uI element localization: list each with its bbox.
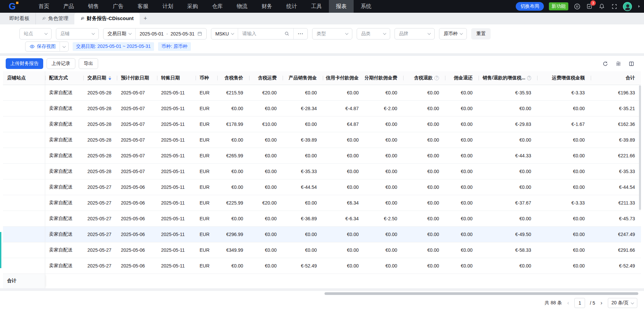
info-icon[interactable]: ?: [527, 76, 531, 80]
table-cell: €0.00: [283, 242, 323, 258]
type-select[interactable]: 类型: [312, 28, 352, 40]
save-view-button[interactable]: 保存视图: [25, 44, 60, 50]
app-logo[interactable]: G: [9, 1, 22, 11]
new-feature-button[interactable]: 新功能: [549, 2, 568, 10]
chevron-down-icon: [631, 301, 634, 304]
table-toolbar: 上传财务报告 上传记录 导出: [3, 56, 641, 71]
table-cell: €0.00: [323, 163, 365, 179]
table-cell: 2025-05-28: [83, 148, 117, 163]
tab-1[interactable]: 即时看板: [3, 13, 35, 24]
save-view-dropdown[interactable]: [60, 42, 68, 51]
more-search-options-button[interactable]: ···: [293, 28, 307, 39]
table-row-10[interactable]: 卖家自配送2025-05-272025-05-062025-05-11EUR€2…: [3, 226, 641, 242]
tasks-icon[interactable]: 3: [586, 3, 593, 10]
nav-collapse-arrow-icon[interactable]: [638, 5, 640, 8]
table-row-12[interactable]: 卖家自配送2025-05-272025-05-062025-05-11EUR€0…: [3, 258, 641, 274]
upload-report-button[interactable]: 上传财务报告: [6, 58, 43, 69]
table-row-5[interactable]: 卖家自配送2025-05-282025-05-072025-05-11EUR€2…: [3, 148, 641, 163]
column-header-3[interactable]: 交易日期: [83, 71, 117, 85]
site-select[interactable]: 站点: [19, 28, 52, 40]
switch-layout-button[interactable]: 切换布局: [516, 2, 544, 11]
bell-icon[interactable]: [598, 3, 605, 10]
table-cell: 卖家自配送: [45, 195, 83, 211]
currency-value: 原币种: [443, 31, 457, 37]
menu-item-5[interactable]: 客服: [131, 0, 155, 13]
menu-item-12[interactable]: 工具: [304, 0, 329, 13]
menu-item-7[interactable]: 采购: [180, 0, 205, 13]
brand-select[interactable]: 品牌: [395, 28, 435, 40]
menu-item-2[interactable]: 产品: [56, 0, 81, 13]
menu-item-11[interactable]: 统计: [279, 0, 304, 13]
settings-gear-icon[interactable]: [616, 61, 621, 67]
date-type-select[interactable]: 交易日期: [103, 28, 135, 39]
menu-item-10[interactable]: 财务: [255, 0, 279, 13]
menu-item-8[interactable]: 仓库: [205, 0, 230, 13]
menu-item-14[interactable]: 系统: [354, 0, 378, 13]
date-type-value: 交易日期: [108, 31, 126, 37]
table-cell: 2025-05-27: [83, 242, 117, 258]
add-tab-button[interactable]: +: [140, 13, 151, 24]
tab-3[interactable]: 财务报告-CDiscount: [74, 13, 140, 24]
table-cell: €0.00: [403, 148, 445, 163]
column-label: 含税运费: [258, 75, 277, 81]
queue-pause-icon[interactable]: [573, 3, 581, 10]
table-row-8[interactable]: 卖家自配送2025-05-272025-05-062025-05-11EUR€2…: [3, 195, 641, 211]
menu-item-13[interactable]: 报表: [329, 0, 354, 13]
page-size-select[interactable]: 20 条/页: [608, 298, 637, 308]
column-label: 销售/退款的增值税...: [483, 75, 525, 81]
column-label: 转账日期: [161, 75, 180, 81]
table-cell: €0.00: [403, 179, 445, 195]
table-row-2[interactable]: 卖家自配送2025-05-282025-05-072025-05-11EUR€0…: [3, 100, 641, 116]
menu-item-6[interactable]: 计划: [155, 0, 180, 13]
prev-page-button[interactable]: ‹: [567, 300, 570, 306]
user-avatar[interactable]: [623, 2, 632, 11]
currency-select[interactable]: 原币种: [439, 28, 467, 40]
upload-record-button[interactable]: 上传记录: [47, 58, 75, 69]
table-row-4[interactable]: 卖家自配送2025-05-282025-05-072025-05-11EUR€0…: [3, 132, 641, 148]
category-select[interactable]: 品类: [357, 28, 390, 40]
tab-2[interactable]: 角色管理: [35, 13, 74, 24]
table-cell: €296.99: [217, 226, 249, 242]
msku-type-select[interactable]: MSKU: [211, 28, 238, 39]
table-cell: 2025-05-11: [157, 85, 196, 100]
shop-select[interactable]: 店铺: [56, 28, 99, 40]
next-page-button[interactable]: ›: [600, 300, 603, 306]
table-cell: EUR: [196, 211, 217, 226]
vertical-scrollbar[interactable]: [639, 85, 641, 210]
column-settings-icon[interactable]: [629, 61, 634, 67]
table-cell: 2025-05-07: [117, 148, 157, 163]
table-cell: €0.00: [445, 226, 479, 242]
table-cell: 2025-05-07: [117, 85, 157, 100]
search-input[interactable]: 请输入: [238, 28, 293, 39]
table-cell: €0.00: [365, 179, 403, 195]
table-row-7[interactable]: 卖家自配送2025-05-272025-05-062025-05-11EUR€0…: [3, 179, 641, 195]
menu-item-9[interactable]: 物流: [230, 0, 255, 13]
date-range-input[interactable]: 2025-05-01 - 2025-05-31: [135, 28, 206, 39]
info-icon[interactable]: ?: [434, 76, 439, 80]
table-row-3[interactable]: 卖家自配送2025-05-282025-05-072025-05-11EUR€1…: [3, 116, 641, 132]
column-header-1: 店铺站点: [3, 71, 45, 85]
table-row-6[interactable]: 卖家自配送2025-05-282025-05-072025-05-11EUR€0…: [3, 163, 641, 179]
table-row-1[interactable]: 卖家自配送2025-05-282025-05-072025-05-11EUR€2…: [3, 85, 641, 100]
fullscreen-icon[interactable]: [611, 3, 618, 10]
menu-item-3[interactable]: 销售: [81, 0, 106, 13]
refresh-icon[interactable]: [602, 61, 608, 67]
table-row-11[interactable]: 卖家自配送2025-05-272025-05-062025-05-11EUR€3…: [3, 242, 641, 258]
sort-icon[interactable]: [109, 76, 111, 80]
column-header-15: 运费增值税金额: [537, 71, 591, 85]
table-cell: €0.00: [445, 179, 479, 195]
table-cell: €349.99: [217, 242, 249, 258]
table-cell: EUR: [196, 258, 217, 274]
column-label: 店铺站点: [7, 75, 26, 81]
reset-button[interactable]: 重置: [471, 28, 491, 40]
table-cell: €-52.49: [591, 258, 641, 274]
menu-item-4[interactable]: 广告: [106, 0, 131, 13]
menu-item-1[interactable]: 首页: [31, 0, 56, 13]
current-page-input[interactable]: 1: [574, 298, 585, 308]
table-row-9[interactable]: 卖家自配送2025-05-272025-05-062025-05-11EUR€0…: [3, 211, 641, 226]
table-cell: 2025-05-11: [157, 211, 196, 226]
horizontal-scrollbar-thumb[interactable]: [325, 292, 638, 295]
pin-icon: [80, 16, 85, 21]
export-button[interactable]: 导出: [79, 58, 98, 69]
table-cell: €0.00: [479, 179, 537, 195]
